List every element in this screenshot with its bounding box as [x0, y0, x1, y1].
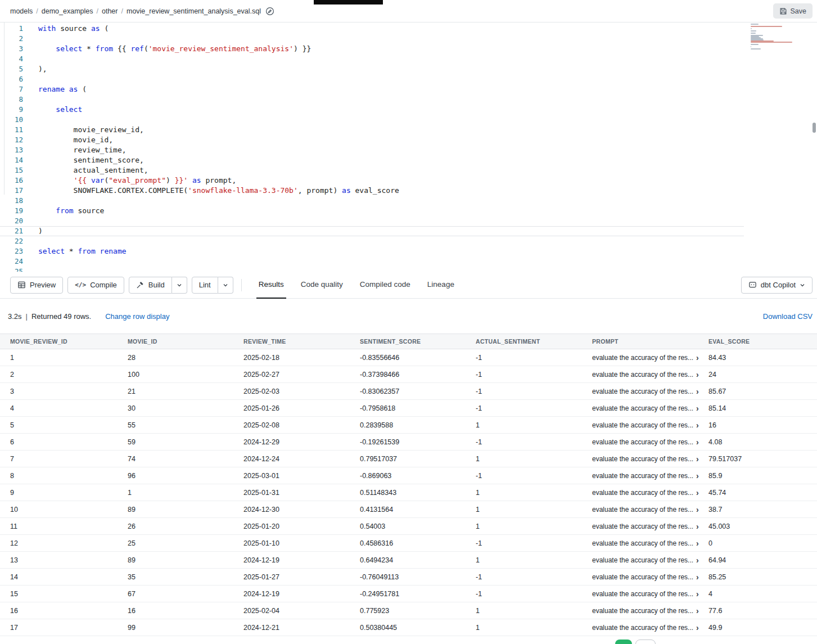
expand-prompt-icon[interactable]: ›: [696, 388, 699, 395]
code-text: from source: [38, 206, 104, 216]
table-cell: 26: [128, 523, 243, 530]
build-label: Build: [148, 281, 165, 289]
editor-line[interactable]: 3 select * from {{ ref('movie_review_sen…: [0, 44, 817, 54]
editor-line[interactable]: 17 SNOWFLAKE.CORTEX.COMPLETE('snowflake-…: [0, 186, 817, 196]
table-row: 17992024-12-210.503804451evaluate the ac…: [0, 619, 817, 636]
secondary-floating-button[interactable]: [635, 640, 656, 644]
table-cell: 16: [10, 607, 128, 615]
tab-results[interactable]: Results: [256, 272, 286, 299]
editor-line[interactable]: 24: [0, 256, 817, 267]
editor-line[interactable]: 23select * from rename: [0, 246, 817, 256]
tab-lineage[interactable]: Lineage: [425, 272, 457, 299]
expand-prompt-icon[interactable]: ›: [696, 573, 699, 581]
table-cell: 2024-12-19: [243, 590, 360, 598]
prompt-cell: evaluate the accuracy of the res...›: [592, 354, 708, 362]
editor-line[interactable]: 10: [0, 115, 817, 125]
table-cell: 0.6494234: [360, 556, 476, 564]
editor-scrollbar-thumb[interactable]: [813, 123, 816, 133]
breadcrumb-item[interactable]: models: [10, 7, 33, 15]
results-table-body: 1282025-02-18-0.83556646-1evaluate the a…: [0, 349, 817, 636]
table-cell: 0.50380445: [360, 624, 476, 632]
expand-prompt-icon[interactable]: ›: [696, 539, 699, 547]
floating-action-button[interactable]: [615, 640, 632, 644]
editor-line[interactable]: 20: [0, 216, 817, 226]
editor-line[interactable]: 1with source as (: [0, 24, 817, 34]
minimap-line: [751, 42, 792, 43]
build-button[interactable]: Build: [129, 277, 172, 294]
editor-line[interactable]: 2: [0, 34, 817, 44]
build-split-button: Build: [129, 277, 187, 294]
table-cell: 16: [708, 421, 817, 429]
table-cell: 2024-12-24: [243, 455, 360, 463]
editor-line[interactable]: 8: [0, 94, 817, 105]
code-text: SNOWFLAKE.CORTEX.COMPLETE('snowflake-lla…: [38, 186, 399, 196]
editor-line[interactable]: 12 movie_id,: [0, 135, 817, 145]
breadcrumb-item[interactable]: other: [102, 7, 118, 15]
prompt-cell: evaluate the accuracy of the res...›: [592, 607, 708, 615]
expand-prompt-icon[interactable]: ›: [696, 506, 699, 514]
expand-prompt-icon[interactable]: ›: [696, 607, 699, 615]
editor-line[interactable]: 14 sentiment_score,: [0, 155, 817, 165]
editor-line[interactable]: 21): [0, 226, 744, 236]
prompt-cell: evaluate the accuracy of the res...›: [592, 573, 708, 581]
change-row-display-link[interactable]: Change row display: [105, 312, 169, 321]
prompt-cell: evaluate the accuracy of the res...›: [592, 539, 708, 547]
lint-dropdown-caret[interactable]: [218, 277, 233, 294]
lint-button[interactable]: Lint: [192, 277, 218, 294]
results-toolbar: Preview </> Compile Build Lint: [0, 272, 817, 299]
table-cell: 6: [10, 438, 128, 446]
table-cell: 96: [128, 472, 243, 480]
expand-prompt-icon[interactable]: ›: [696, 404, 699, 412]
minimap[interactable]: [751, 24, 805, 52]
line-number: 25: [0, 267, 23, 272]
prompt-cell: evaluate the accuracy of the res...›: [592, 506, 708, 514]
expand-prompt-icon[interactable]: ›: [696, 624, 699, 632]
compile-button[interactable]: </> Compile: [67, 277, 124, 294]
minimap-line: [751, 26, 782, 27]
editor-line[interactable]: 22: [0, 236, 817, 246]
expand-prompt-icon[interactable]: ›: [696, 590, 699, 598]
editor-line[interactable]: 7rename as (: [0, 84, 817, 94]
editor-line[interactable]: 13 review_time,: [0, 145, 817, 155]
expand-prompt-icon[interactable]: ›: [696, 421, 699, 429]
editor-line[interactable]: 6: [0, 74, 817, 84]
expand-prompt-icon[interactable]: ›: [696, 556, 699, 564]
expand-prompt-icon[interactable]: ›: [696, 472, 699, 480]
breadcrumb-item[interactable]: movie_review_sentiment_analysis_eval.sql: [127, 7, 261, 15]
table-cell: -1: [476, 590, 592, 598]
download-csv-link[interactable]: Download CSV: [763, 312, 813, 321]
prompt-cell: evaluate the accuracy of the res...›: [592, 472, 708, 480]
edit-file-icon[interactable]: [265, 7, 274, 16]
expand-prompt-icon[interactable]: ›: [696, 354, 699, 362]
line-number: 22: [0, 236, 23, 246]
table-cell: 38.7: [708, 506, 817, 514]
editor-line[interactable]: 15 actual_sentiment,: [0, 165, 817, 175]
table-cell: 2025-02-04: [243, 607, 360, 615]
editor-line[interactable]: 4: [0, 54, 817, 64]
table-cell: 2024-12-19: [243, 556, 360, 564]
editor-line[interactable]: 9 select: [0, 105, 817, 115]
editor-line[interactable]: 11 movie_review_id,: [0, 125, 817, 135]
code-editor[interactable]: 1with source as (23 select * from {{ ref…: [0, 22, 817, 272]
preview-button[interactable]: Preview: [10, 277, 63, 294]
expand-prompt-icon[interactable]: ›: [696, 371, 699, 379]
dbt-copilot-button[interactable]: dbt Copilot: [741, 277, 813, 294]
editor-line[interactable]: 16 '{{ var("eval_prompt") }}' as prompt,: [0, 175, 817, 186]
build-dropdown-caret[interactable]: [172, 277, 187, 294]
expand-prompt-icon[interactable]: ›: [696, 523, 699, 530]
editor-line[interactable]: 25: [0, 267, 817, 272]
expand-prompt-icon[interactable]: ›: [696, 455, 699, 463]
prompt-preview: evaluate the accuracy of the res...: [592, 573, 693, 581]
save-button[interactable]: Save: [773, 3, 813, 19]
table-cell: -0.7958618: [360, 404, 476, 412]
expand-prompt-icon[interactable]: ›: [696, 438, 699, 446]
tab-compiled-code[interactable]: Compiled code: [358, 272, 413, 299]
editor-line[interactable]: 19 from source: [0, 206, 817, 216]
editor-line[interactable]: 18: [0, 196, 817, 206]
breadcrumb-item[interactable]: demo_examples: [42, 7, 93, 15]
tab-code-quality[interactable]: Code quality: [299, 272, 345, 299]
editor-line[interactable]: 5),: [0, 64, 817, 74]
action-buttons: Preview </> Compile Build Lint: [10, 277, 233, 294]
prompt-preview: evaluate the accuracy of the res...: [592, 489, 693, 497]
expand-prompt-icon[interactable]: ›: [696, 489, 699, 497]
